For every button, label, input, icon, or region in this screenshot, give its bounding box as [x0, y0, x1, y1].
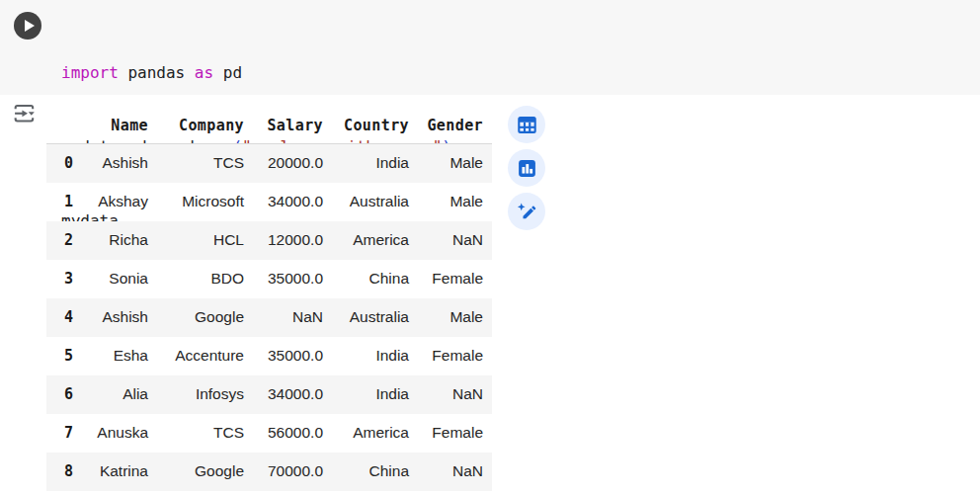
column-header-salary: Salary — [253, 107, 332, 144]
run-cell-button[interactable] — [14, 12, 41, 40]
play-icon — [25, 20, 35, 32]
row-index: 1 — [46, 183, 80, 221]
table-cell: HCL — [157, 221, 253, 260]
table-cell: China — [332, 260, 418, 298]
magic-edit-icon — [516, 201, 538, 223]
row-index: 7 — [46, 414, 80, 453]
table-cell: NaN — [418, 453, 492, 491]
table-cell: Ashish — [80, 298, 157, 337]
table-cell: NaN — [418, 221, 492, 260]
table-cell: Male — [418, 183, 492, 221]
table-cell: 70000.0 — [253, 453, 332, 491]
table-cell: Alia — [80, 375, 157, 414]
table-cell: NaN — [253, 298, 332, 337]
table-row: 1AkshayMicrosoft34000.0AustraliaMale — [46, 183, 492, 221]
column-header-company: Company — [157, 107, 253, 144]
table-cell: 34000.0 — [253, 375, 332, 414]
table-cell: Female — [418, 337, 492, 375]
interactive-table-icon — [517, 115, 537, 135]
dataframe-toolbar — [508, 106, 545, 230]
generate-code-button[interactable] — [508, 193, 545, 230]
table-cell: Microsoft — [157, 183, 253, 221]
table-cell: China — [332, 453, 418, 491]
table-cell: TCS — [157, 414, 253, 453]
table-cell: 35000.0 — [253, 260, 332, 298]
row-index: 4 — [46, 298, 80, 337]
table-row: 4AshishGoogleNaNAustraliaMale — [46, 298, 492, 337]
table-cell: Katrina — [80, 453, 157, 491]
table-cell: America — [332, 221, 418, 260]
column-header-name: Name — [80, 107, 157, 144]
table-cell: Australia — [332, 298, 418, 337]
table-cell: Esha — [80, 337, 157, 375]
table-cell: Richa — [80, 221, 157, 260]
row-index: 6 — [46, 375, 80, 414]
table-cell: 35000.0 — [253, 337, 332, 375]
table-cell: Female — [418, 414, 492, 453]
dataframe-table: NameCompanySalaryCountryGender 0AshishTC… — [46, 107, 492, 491]
suggest-charts-button[interactable] — [508, 149, 545, 187]
table-header-row: NameCompanySalaryCountryGender — [46, 107, 492, 144]
code-line: import pandas as pd — [61, 60, 451, 85]
table-cell: India — [332, 375, 418, 414]
table-cell: Infosys — [157, 375, 253, 414]
index-column-header — [46, 107, 80, 144]
table-cell: Sonia — [80, 260, 157, 298]
output-collapse-button[interactable] — [11, 100, 39, 127]
code-cell: import pandas as pd mydata=pd.read_csv("… — [0, 0, 980, 95]
table-row: 0AshishTCS20000.0IndiaMale — [46, 144, 492, 183]
table-cell: BDO — [157, 260, 253, 298]
column-header-gender: Gender — [418, 107, 492, 144]
table-cell: TCS — [157, 144, 253, 183]
table-cell: Accenture — [157, 337, 253, 375]
row-index: 2 — [46, 221, 80, 260]
suggest-charts-icon — [517, 158, 537, 179]
table-cell: NaN — [418, 375, 492, 414]
table-cell: America — [332, 414, 418, 453]
table-row: 3SoniaBDO35000.0ChinaFemale — [46, 260, 492, 298]
table-cell: Google — [157, 453, 253, 491]
table-cell: Akshay — [80, 183, 157, 221]
table-cell: 56000.0 — [253, 414, 332, 453]
table-row: 6AliaInfosys34000.0IndiaNaN — [46, 375, 492, 414]
table-cell: Female — [418, 260, 492, 298]
table-cell: Anuska — [80, 414, 157, 453]
table-row: 2RichaHCL12000.0AmericaNaN — [46, 221, 492, 260]
row-index: 0 — [46, 144, 80, 183]
row-index: 3 — [46, 260, 80, 298]
table-row: 7AnuskaTCS56000.0AmericaFemale — [46, 414, 492, 453]
table-cell: India — [332, 144, 418, 183]
table-row: 5EshaAccenture35000.0IndiaFemale — [46, 337, 492, 375]
table-cell: Australia — [332, 183, 418, 221]
table-cell: India — [332, 337, 418, 375]
table-cell: Ashish — [80, 144, 157, 183]
row-index: 5 — [46, 337, 80, 375]
table-row: 8KatrinaGoogle70000.0ChinaNaN — [46, 453, 492, 491]
table-cell: Male — [418, 298, 492, 337]
output-collapse-icon — [11, 100, 39, 127]
table-cell: 12000.0 — [253, 221, 332, 260]
table-cell: Google — [157, 298, 253, 337]
column-header-country: Country — [332, 107, 418, 144]
table-cell: 20000.0 — [253, 144, 332, 183]
interactive-table-button[interactable] — [508, 106, 545, 143]
table-cell: 34000.0 — [253, 183, 332, 221]
table-cell: Male — [418, 144, 492, 183]
row-index: 8 — [46, 453, 80, 491]
